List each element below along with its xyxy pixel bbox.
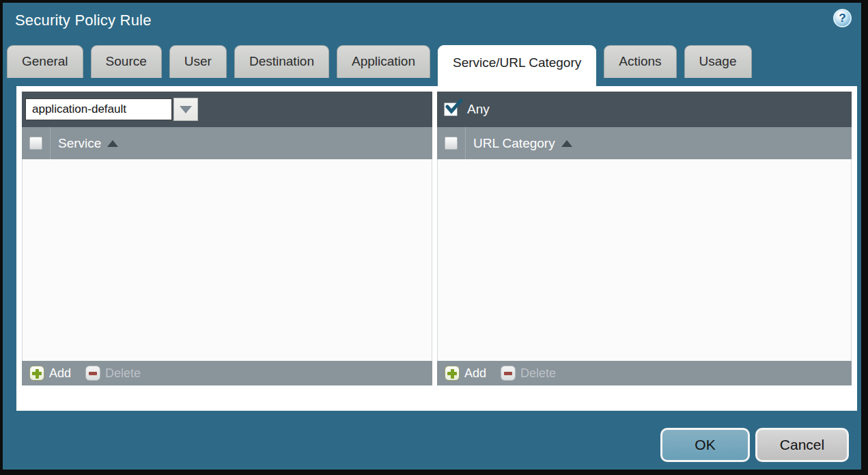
tab-actions[interactable]: Actions (604, 45, 676, 78)
service-panel: application-default Service (22, 92, 432, 385)
add-url-category-button[interactable]: Add (445, 366, 486, 381)
add-icon (29, 366, 44, 381)
tab-general[interactable]: General (7, 45, 83, 78)
chevron-down-icon (180, 106, 192, 113)
dialog-content: application-default Service (16, 86, 857, 411)
url-category-panel-header: Any (437, 92, 852, 127)
tab-destination[interactable]: Destination (234, 45, 329, 78)
service-type-value[interactable]: application-default (25, 98, 172, 120)
tab-bar: General Source User Destination Applicat… (7, 45, 752, 83)
service-type-dropdown: application-default (25, 98, 198, 121)
any-checkbox-label: Any (467, 102, 490, 117)
dropdown-arrow-button[interactable] (173, 98, 198, 121)
url-category-list (437, 159, 852, 361)
dialog-window: Security Policy Rule ? General Source Us… (3, 3, 861, 470)
cancel-button[interactable]: Cancel (755, 428, 849, 462)
help-icon[interactable]: ? (833, 9, 852, 27)
url-category-panel-footer: Add Delete (437, 361, 852, 385)
select-all-services-checkbox[interactable] (29, 137, 42, 150)
select-all-url-categories-checkbox[interactable] (445, 137, 458, 150)
service-list (22, 159, 432, 361)
url-category-column-header-row: URL Category (437, 127, 852, 159)
add-icon (445, 366, 460, 381)
delete-service-button[interactable]: Delete (85, 366, 141, 381)
service-panel-footer: Add Delete (22, 361, 432, 385)
service-select-all-cell (22, 127, 51, 159)
delete-icon (501, 366, 516, 381)
tab-usage[interactable]: Usage (684, 45, 752, 78)
add-service-button[interactable]: Add (29, 366, 71, 381)
url-category-panel: Any URL Category Add (437, 92, 852, 385)
tab-source[interactable]: Source (91, 45, 162, 78)
tab-user[interactable]: User (169, 45, 227, 78)
tab-application[interactable]: Application (337, 45, 430, 78)
url-category-select-all-cell (437, 127, 466, 159)
service-column-header-row: Service (22, 127, 432, 159)
url-category-column-header[interactable]: URL Category (466, 127, 572, 159)
service-panel-header: application-default (22, 92, 432, 127)
service-column-header[interactable]: Service (51, 127, 118, 159)
ok-button[interactable]: OK (660, 428, 750, 462)
tab-service-url-category[interactable]: Service/URL Category (438, 45, 596, 86)
any-url-category-checkbox[interactable] (444, 103, 458, 116)
dialog-title: Security Policy Rule (15, 12, 152, 29)
checkmark-icon (445, 98, 463, 116)
delete-url-category-button[interactable]: Delete (501, 366, 556, 381)
delete-icon (85, 366, 100, 381)
sort-ascending-icon (561, 140, 572, 147)
security-policy-rule-dialog: Security Policy Rule ? General Source Us… (0, 0, 868, 475)
sort-ascending-icon (107, 140, 118, 147)
